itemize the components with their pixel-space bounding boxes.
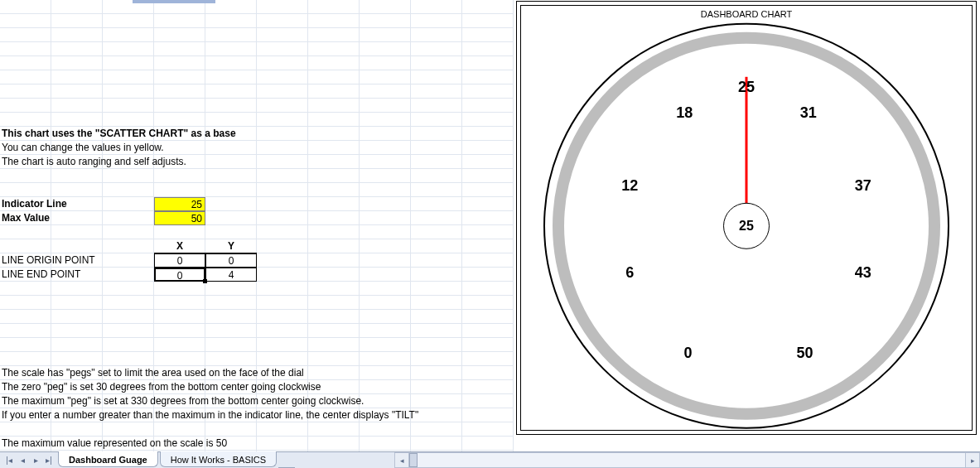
tab-dashboard-gauge[interactable]: Dashboard Guage [58, 451, 158, 467]
dial-label: 50 [796, 345, 813, 362]
dial-label: 12 [621, 177, 638, 195]
table-header-x: X [154, 239, 205, 253]
tab-nav-buttons: |◂ ◂ ▸ ▸| [0, 452, 58, 468]
tab-nav-next-icon[interactable]: ▸ [30, 455, 41, 466]
end-y-cell[interactable]: 4 [205, 268, 257, 282]
chart-title: DASHBOARD CHART [521, 9, 972, 19]
paragraph-1: The scale has "pegs" set to limit the ar… [2, 366, 304, 380]
row-label-origin: LINE ORIGIN POINT [2, 253, 95, 268]
hscroll-right-icon[interactable]: ▸ [965, 452, 980, 468]
table-header-y: Y [205, 239, 257, 253]
gauge-hub: 25 [723, 203, 770, 249]
max-value-value[interactable]: 50 [154, 211, 205, 225]
tab-nav-last-icon[interactable]: ▸| [43, 455, 55, 466]
dial-label: 25 [738, 79, 755, 96]
hscroll-left-icon[interactable]: ◂ [394, 452, 409, 468]
paragraph-5: The maximum value represented on the sca… [2, 437, 227, 451]
origin-y-cell[interactable]: 0 [205, 253, 257, 268]
heading-text: This chart uses the "SCATTER CHART" as a… [2, 127, 236, 141]
end-x-cell[interactable]: 0 [154, 268, 205, 282]
chart-inner-border: DASHBOARD CHART 25 0612182531374350 [520, 5, 973, 431]
dashboard-chart-panel: DASHBOARD CHART 25 0612182531374350 [516, 1, 977, 435]
selected-column-indicator [133, 0, 215, 3]
horizontal-scrollbar[interactable]: ◂ ▸ [394, 452, 980, 468]
indicator-line-label: Indicator Line [2, 197, 67, 211]
hscroll-track[interactable] [409, 452, 965, 468]
dial-label: 6 [625, 264, 634, 282]
gauge-outer-ring: 25 0612182531374350 [543, 23, 949, 429]
row-label-end: LINE END POINT [2, 268, 80, 282]
dial-label: 0 [684, 345, 693, 362]
fill-handle[interactable] [203, 279, 207, 283]
origin-x-cell[interactable]: 0 [154, 253, 205, 268]
paragraph-2: The zero "peg" is set 30 degrees from th… [2, 380, 321, 394]
gauge-hub-value: 25 [739, 219, 754, 234]
gauge-grey-ring: 25 0612182531374350 [553, 32, 940, 420]
paragraph-4: If you enter a number greater than the m… [2, 408, 418, 422]
tab-how-it-works[interactable]: How It Works - BASICS [160, 451, 277, 467]
hscroll-thumb[interactable] [409, 453, 418, 467]
sheet-tab-bar: |◂ ◂ ▸ ▸| Dashboard Guage How It Works -… [0, 451, 980, 468]
max-value-label: Max Value [2, 211, 50, 225]
tab-nav-prev-icon[interactable]: ◂ [17, 455, 28, 466]
tab-nav-first-icon[interactable]: |◂ [3, 455, 15, 466]
subtext-2: The chart is auto ranging and self adjus… [2, 155, 186, 169]
paragraph-3: The maximum "peg" is set at 330 degrees … [2, 394, 364, 408]
dial-label: 43 [855, 264, 871, 282]
tab-end-decor [278, 452, 295, 468]
dial-label: 37 [855, 177, 871, 195]
dial-label: 31 [800, 104, 817, 122]
dial-label: 18 [676, 104, 693, 122]
indicator-line-value[interactable]: 25 [154, 197, 205, 211]
gauge: 25 0612182531374350 [543, 23, 949, 429]
subtext-1: You can change the values in yellow. [2, 141, 164, 155]
